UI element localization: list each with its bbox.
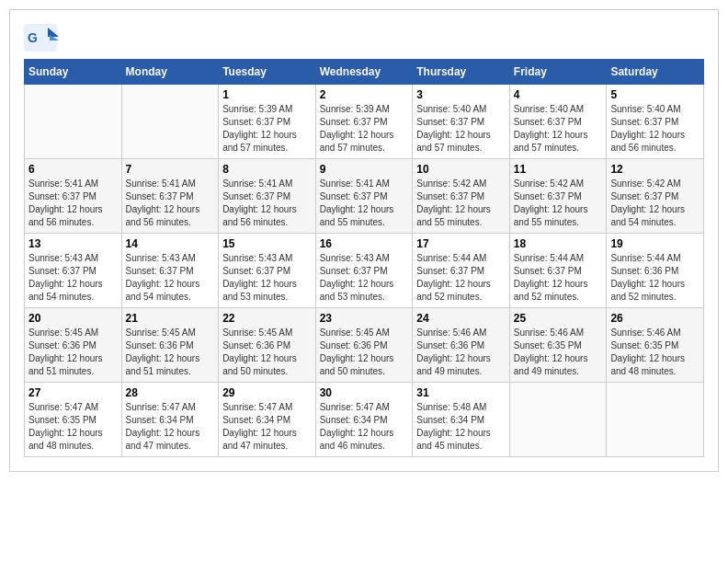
day-info: Sunrise: 5:41 AMSunset: 6:37 PMDaylight:… <box>222 178 312 229</box>
day-info: Sunrise: 5:45 AMSunset: 6:36 PMDaylight:… <box>222 327 312 378</box>
calendar-cell: 23Sunrise: 5:45 AMSunset: 6:36 PMDayligh… <box>315 308 413 383</box>
day-number: 29 <box>222 386 312 399</box>
day-info: Sunrise: 5:41 AMSunset: 6:37 PMDaylight:… <box>126 178 215 229</box>
day-info: Sunrise: 5:39 AMSunset: 6:37 PMDaylight:… <box>222 103 312 155</box>
calendar-body: 1Sunrise: 5:39 AMSunset: 6:37 PMDaylight… <box>25 85 704 457</box>
day-info: Sunrise: 5:44 AMSunset: 6:36 PMDaylight:… <box>610 252 700 304</box>
day-number: 30 <box>320 386 409 399</box>
day-info: Sunrise: 5:41 AMSunset: 6:37 PMDaylight:… <box>320 178 409 229</box>
calendar-cell: 2Sunrise: 5:39 AMSunset: 6:37 PMDaylight… <box>315 85 413 159</box>
day-number: 17 <box>416 237 506 250</box>
day-info: Sunrise: 5:46 AMSunset: 6:36 PMDaylight:… <box>416 327 506 378</box>
calendar-week-1: 1Sunrise: 5:39 AMSunset: 6:37 PMDaylight… <box>25 85 704 159</box>
day-number: 20 <box>28 312 118 325</box>
calendar-cell: 29Sunrise: 5:47 AMSunset: 6:34 PMDayligh… <box>219 383 316 457</box>
day-header-saturday: Saturday <box>607 60 704 85</box>
day-info: Sunrise: 5:43 AMSunset: 6:37 PMDaylight:… <box>28 252 118 304</box>
day-info: Sunrise: 5:42 AMSunset: 6:37 PMDaylight:… <box>610 178 700 229</box>
day-number: 23 <box>320 312 409 325</box>
day-number: 26 <box>610 312 700 325</box>
day-number: 7 <box>126 163 215 176</box>
calendar-cell: 12Sunrise: 5:42 AMSunset: 6:37 PMDayligh… <box>607 159 704 234</box>
calendar-week-5: 27Sunrise: 5:47 AMSunset: 6:35 PMDayligh… <box>25 383 704 457</box>
day-number: 11 <box>514 163 603 176</box>
day-number: 3 <box>416 88 506 101</box>
calendar-cell: 24Sunrise: 5:46 AMSunset: 6:36 PMDayligh… <box>413 308 510 383</box>
day-info: Sunrise: 5:45 AMSunset: 6:36 PMDaylight:… <box>28 327 118 378</box>
day-number: 21 <box>126 312 215 325</box>
calendar-cell: 27Sunrise: 5:47 AMSunset: 6:35 PMDayligh… <box>25 383 122 457</box>
logo: G <box>24 24 57 50</box>
day-info: Sunrise: 5:45 AMSunset: 6:36 PMDaylight:… <box>126 327 215 378</box>
page: G SundayMondayTuesdayWednesdayThursdayFr… <box>9 9 719 472</box>
day-info: Sunrise: 5:42 AMSunset: 6:37 PMDaylight:… <box>514 178 603 229</box>
day-number: 8 <box>222 163 312 176</box>
day-info: Sunrise: 5:42 AMSunset: 6:37 PMDaylight:… <box>416 178 506 229</box>
day-number: 12 <box>610 163 700 176</box>
day-header-tuesday: Tuesday <box>219 60 316 85</box>
day-info: Sunrise: 5:40 AMSunset: 6:37 PMDaylight:… <box>514 103 603 155</box>
day-number: 16 <box>320 237 409 250</box>
calendar-cell: 13Sunrise: 5:43 AMSunset: 6:37 PMDayligh… <box>25 234 122 308</box>
calendar-cell: 30Sunrise: 5:47 AMSunset: 6:34 PMDayligh… <box>315 383 413 457</box>
day-info: Sunrise: 5:45 AMSunset: 6:36 PMDaylight:… <box>320 327 409 378</box>
day-info: Sunrise: 5:43 AMSunset: 6:37 PMDaylight:… <box>222 252 312 304</box>
day-info: Sunrise: 5:46 AMSunset: 6:35 PMDaylight:… <box>610 327 700 378</box>
day-header-monday: Monday <box>121 60 219 85</box>
day-number: 4 <box>514 88 603 101</box>
calendar-cell: 15Sunrise: 5:43 AMSunset: 6:37 PMDayligh… <box>219 234 316 308</box>
calendar-cell: 18Sunrise: 5:44 AMSunset: 6:37 PMDayligh… <box>509 234 607 308</box>
day-number: 22 <box>222 312 312 325</box>
day-info: Sunrise: 5:47 AMSunset: 6:34 PMDaylight:… <box>320 401 409 453</box>
calendar-cell: 10Sunrise: 5:42 AMSunset: 6:37 PMDayligh… <box>413 159 510 234</box>
day-info: Sunrise: 5:44 AMSunset: 6:37 PMDaylight:… <box>416 252 506 304</box>
svg-text:G: G <box>28 30 38 45</box>
calendar-cell: 20Sunrise: 5:45 AMSunset: 6:36 PMDayligh… <box>25 308 122 383</box>
calendar-header-row: SundayMondayTuesdayWednesdayThursdayFrid… <box>25 60 704 85</box>
day-number: 14 <box>126 237 215 250</box>
day-info: Sunrise: 5:41 AMSunset: 6:37 PMDaylight:… <box>28 178 118 229</box>
day-info: Sunrise: 5:43 AMSunset: 6:37 PMDaylight:… <box>320 252 409 304</box>
day-number: 1 <box>222 88 312 101</box>
calendar-cell: 28Sunrise: 5:47 AMSunset: 6:34 PMDayligh… <box>121 383 219 457</box>
calendar-table: SundayMondayTuesdayWednesdayThursdayFrid… <box>24 59 704 457</box>
day-info: Sunrise: 5:48 AMSunset: 6:34 PMDaylight:… <box>416 401 506 453</box>
day-number: 5 <box>610 88 700 101</box>
calendar-cell: 31Sunrise: 5:48 AMSunset: 6:34 PMDayligh… <box>413 383 510 457</box>
calendar-cell: 4Sunrise: 5:40 AMSunset: 6:37 PMDaylight… <box>509 85 607 159</box>
calendar-cell: 6Sunrise: 5:41 AMSunset: 6:37 PMDaylight… <box>25 159 122 234</box>
day-header-friday: Friday <box>509 60 607 85</box>
day-number: 31 <box>416 386 506 399</box>
day-info: Sunrise: 5:47 AMSunset: 6:34 PMDaylight:… <box>126 401 215 453</box>
day-number: 28 <box>126 386 215 399</box>
header: G <box>24 24 704 50</box>
day-number: 18 <box>514 237 603 250</box>
calendar-cell: 5Sunrise: 5:40 AMSunset: 6:37 PMDaylight… <box>607 85 704 159</box>
calendar-cell: 3Sunrise: 5:40 AMSunset: 6:37 PMDaylight… <box>413 85 510 159</box>
day-number: 6 <box>28 163 118 176</box>
day-info: Sunrise: 5:43 AMSunset: 6:37 PMDaylight:… <box>126 252 215 304</box>
day-info: Sunrise: 5:47 AMSunset: 6:34 PMDaylight:… <box>222 401 312 453</box>
day-number: 27 <box>28 386 118 399</box>
day-info: Sunrise: 5:47 AMSunset: 6:35 PMDaylight:… <box>28 401 118 453</box>
calendar-cell: 9Sunrise: 5:41 AMSunset: 6:37 PMDaylight… <box>315 159 413 234</box>
calendar-cell: 8Sunrise: 5:41 AMSunset: 6:37 PMDaylight… <box>219 159 316 234</box>
calendar-cell <box>509 383 607 457</box>
day-number: 25 <box>514 312 603 325</box>
calendar-week-2: 6Sunrise: 5:41 AMSunset: 6:37 PMDaylight… <box>25 159 704 234</box>
logo-icon: G <box>24 24 53 50</box>
day-info: Sunrise: 5:40 AMSunset: 6:37 PMDaylight:… <box>416 103 506 155</box>
day-number: 24 <box>416 312 506 325</box>
day-number: 13 <box>28 237 118 250</box>
calendar-cell: 26Sunrise: 5:46 AMSunset: 6:35 PMDayligh… <box>607 308 704 383</box>
day-number: 10 <box>416 163 506 176</box>
calendar-cell <box>121 85 219 159</box>
calendar-cell <box>607 383 704 457</box>
calendar-week-3: 13Sunrise: 5:43 AMSunset: 6:37 PMDayligh… <box>25 234 704 308</box>
calendar-cell: 1Sunrise: 5:39 AMSunset: 6:37 PMDaylight… <box>219 85 316 159</box>
calendar-cell: 21Sunrise: 5:45 AMSunset: 6:36 PMDayligh… <box>121 308 219 383</box>
calendar-cell: 25Sunrise: 5:46 AMSunset: 6:35 PMDayligh… <box>509 308 607 383</box>
day-number: 19 <box>610 237 700 250</box>
day-info: Sunrise: 5:46 AMSunset: 6:35 PMDaylight:… <box>514 327 603 378</box>
calendar-cell <box>25 85 122 159</box>
